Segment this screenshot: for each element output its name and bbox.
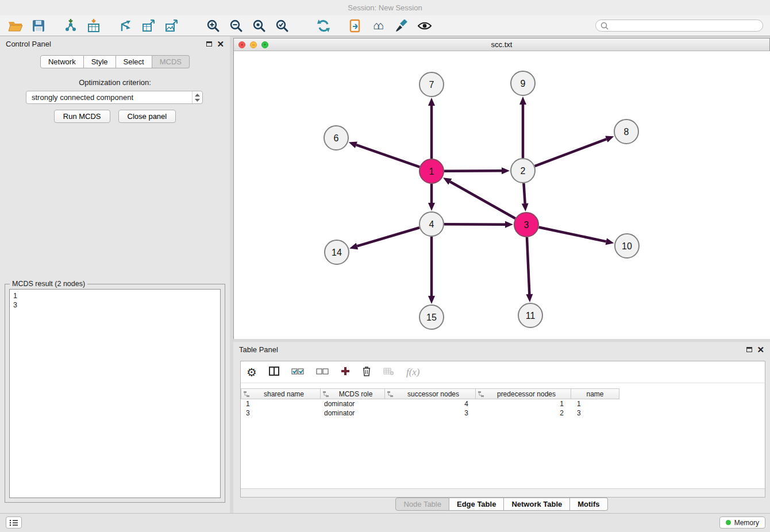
cell-mcds-role: dominator: [321, 400, 385, 408]
graph-node-label: 2: [521, 166, 526, 176]
export-table-icon: [142, 20, 156, 32]
graph-node-label: 9: [521, 79, 526, 88]
import-network-button[interactable]: [61, 17, 80, 34]
close-icon[interactable]: ✕: [757, 345, 764, 354]
open-session-button[interactable]: [6, 17, 25, 34]
save-session-button[interactable]: [29, 17, 48, 34]
deselect-all-button[interactable]: [316, 368, 329, 377]
show-hide-button[interactable]: [415, 17, 434, 34]
delete-column-button[interactable]: [362, 365, 371, 379]
export-table-button[interactable]: [139, 17, 159, 34]
tab-motifs[interactable]: Motifs: [570, 498, 607, 511]
tab-mcds[interactable]: MCDS: [152, 55, 190, 68]
graph-node-label: 14: [332, 248, 342, 257]
graph-node-label: 3: [524, 220, 529, 230]
document-share-icon: [349, 19, 362, 33]
search-box[interactable]: [595, 20, 763, 32]
node-table-container: ⚙ f(x) shared name: [240, 361, 765, 498]
horizontal-scrollbar[interactable]: [241, 488, 765, 497]
graph-edge-2-3[interactable]: [523, 183, 525, 203]
dropdown-stepper: [192, 91, 202, 103]
clone-network-button[interactable]: [346, 17, 365, 34]
zoom-selected-button[interactable]: [272, 17, 292, 34]
close-window-button[interactable]: ×: [238, 41, 245, 48]
graph-edge-3-10[interactable]: [539, 228, 606, 242]
graph-edge-3-1[interactable]: [450, 182, 515, 218]
graph-edge-arrowhead: [505, 221, 513, 228]
graph-edge-arrowhead: [428, 98, 435, 106]
table-row[interactable]: 1 dominator 4 1 1: [241, 399, 765, 408]
graph-edge-3-11[interactable]: [527, 237, 529, 294]
tab-network-table[interactable]: Network Table: [504, 498, 570, 511]
column-header-successor-nodes[interactable]: successor nodes: [385, 388, 476, 399]
function-builder-button[interactable]: f(x): [406, 367, 420, 378]
column-sort-icon: [323, 391, 329, 397]
refresh-icon: [317, 19, 330, 33]
maximize-window-button[interactable]: +: [261, 41, 268, 48]
graph-edge-4-3[interactable]: [444, 224, 505, 225]
home-button[interactable]: ⌂⌂: [369, 17, 388, 34]
graph-edge-arrowhead: [605, 136, 614, 142]
network-window-title: scc.txt: [234, 40, 769, 49]
import-table-icon: [87, 19, 101, 33]
graph-node-label: 6: [334, 133, 339, 143]
table-panel-header: Table Panel ✕: [233, 342, 770, 357]
table-panel: Table Panel ✕ ⚙: [233, 342, 770, 513]
close-icon[interactable]: ✕: [217, 40, 224, 48]
refresh-layout-button[interactable]: [314, 17, 333, 34]
column-header-mcds-role[interactable]: MCDS role: [321, 388, 385, 399]
tab-style[interactable]: Style: [84, 55, 116, 68]
graph-edge-1-2[interactable]: [444, 171, 502, 171]
graph-edge-arrowhead: [526, 294, 533, 302]
tab-edge-table[interactable]: Edge Table: [449, 498, 504, 511]
zoom-fit-button[interactable]: [249, 17, 269, 34]
close-panel-button[interactable]: Close panel: [118, 110, 176, 123]
mcds-result-box[interactable]: 1 3: [9, 289, 221, 498]
graph-node-label: 15: [426, 313, 437, 322]
float-window-icon[interactable]: [746, 347, 752, 352]
control-panel-tabs: Network Style Select MCDS: [0, 55, 230, 68]
task-history-button[interactable]: [6, 516, 22, 529]
column-header-predecessor-nodes[interactable]: predecessor nodes: [476, 388, 571, 399]
minimize-window-button[interactable]: −: [250, 41, 257, 48]
table-settings-button[interactable]: ⚙: [247, 367, 257, 378]
table-row[interactable]: 3 dominator 3 2 3: [241, 408, 765, 418]
network-window: scc.txt × − + 7968124314101511: [233, 38, 770, 339]
plus-icon: [341, 367, 350, 376]
optimization-criterion-select[interactable]: strongly connected component: [26, 91, 203, 104]
show-columns-button[interactable]: [269, 367, 279, 377]
zoom-out-button[interactable]: [226, 17, 246, 34]
column-header-shared-name[interactable]: shared name: [241, 388, 321, 399]
search-input[interactable]: [611, 22, 758, 30]
window-titlebar: Session: New Session: [0, 0, 770, 16]
graph-edge-arrowhead: [349, 243, 358, 250]
tab-network[interactable]: Network: [40, 55, 84, 68]
zoom-out-icon: [229, 19, 243, 33]
graph-edge-arrowhead: [606, 238, 614, 245]
delete-table-icon: [383, 367, 394, 375]
graph-edge-arrowhead: [502, 167, 510, 174]
graph-edge-2-8[interactable]: [535, 139, 607, 166]
create-column-button[interactable]: [341, 367, 350, 377]
tab-select[interactable]: Select: [116, 55, 152, 68]
control-panel: Control Panel ✕ Network Style Select MCD…: [0, 36, 230, 513]
column-header-name[interactable]: name: [571, 388, 619, 399]
export-image-button[interactable]: [162, 17, 182, 34]
share-network-button[interactable]: [116, 17, 136, 34]
import-table-button[interactable]: [84, 17, 103, 34]
graph-edge-1-6[interactable]: [356, 145, 419, 167]
select-all-button[interactable]: [291, 368, 304, 377]
cell-mcds-role: dominator: [321, 409, 385, 417]
tab-node-table[interactable]: Node Table: [395, 498, 449, 511]
zoom-in-button[interactable]: [203, 17, 223, 34]
trash-icon: [362, 365, 371, 377]
style-marker-button[interactable]: [392, 17, 411, 34]
table-panel-tabs: Node Table Edge Table Network Table Moti…: [233, 498, 770, 511]
graph-edge-4-14[interactable]: [357, 228, 419, 246]
float-window-icon[interactable]: [206, 41, 212, 47]
network-canvas[interactable]: 7968124314101511: [234, 51, 770, 339]
delete-table-button[interactable]: [383, 367, 394, 377]
memory-button[interactable]: Memory: [719, 516, 765, 529]
cell-shared-name: 3: [241, 409, 321, 417]
run-mcds-button[interactable]: Run MCDS: [54, 110, 110, 123]
